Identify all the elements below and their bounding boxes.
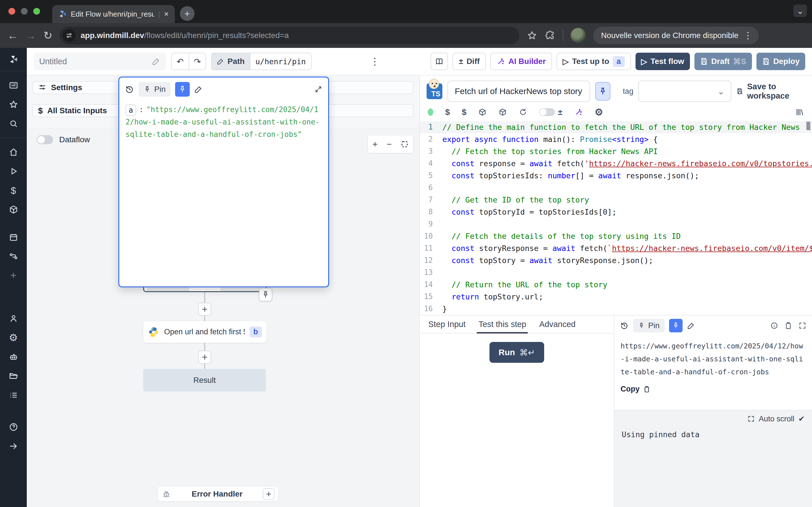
site-settings-icon[interactable] [63,29,75,42]
editor-settings-gear-icon[interactable]: ⚙ [595,107,603,118]
sidebar-apps-icon[interactable] [8,80,19,91]
path-button[interactable]: Path [211,53,250,70]
add-error-handler-button[interactable] [263,488,274,500]
sidebar-resources-icon[interactable] [8,204,19,215]
diff-button[interactable]: ± Diff [453,53,486,70]
back-icon[interactable]: ← [7,30,18,42]
tab-advanced[interactable]: Advanced [539,316,575,333]
auto-scroll-control[interactable]: Auto scroll ✔ [740,410,812,427]
code-line[interactable]: 4 const response = await fetch('https://… [420,158,812,170]
result-value[interactable]: https://www.geoffreylitt.com/2025/04/12/… [614,336,812,379]
test-flow-button[interactable]: ▷ Test flow [636,53,690,70]
pinned-value[interactable]: a:"https://www.geoffreylitt.com/2025/04/… [119,101,328,143]
redo-button[interactable]: ↷ [189,53,206,70]
ai-wand-icon[interactable] [574,108,583,116]
url-text[interactable]: app.windmill.dev/flows/edit/u/henri/pin_… [81,31,289,40]
sidebar-help-icon[interactable] [8,421,19,432]
chrome-update-button[interactable]: Nouvelle version de Chrome disponible ⋮ [593,27,759,44]
browser-tab[interactable]: Edit Flow u/henri/pin_results | × [52,5,175,23]
code-line[interactable]: 13 [420,267,812,279]
sidebar-search-icon[interactable] [8,118,19,129]
sidebar-favorites-star-icon[interactable] [8,99,19,110]
undo-button[interactable]: ↶ [171,53,189,70]
reload-icon[interactable] [519,108,527,116]
copy-button[interactable]: Copy [614,379,812,400]
save-to-workspace-button[interactable]: Save to workspace [737,82,805,101]
code-line[interactable]: 12 const topStory = await storyResponse.… [420,255,812,267]
pin-tab[interactable]: Pin [139,82,170,97]
resources-dollar-icon[interactable]: $ [462,107,467,117]
browser-profile-avatar[interactable] [571,28,586,43]
code-line[interactable]: 6 [420,182,812,194]
maximize-window-button[interactable] [33,8,40,15]
test-up-to-button[interactable]: ▷ Test up to a [557,53,631,70]
sidebar-home-icon[interactable] [8,147,19,158]
sidebar-variables-icon[interactable]: $ [8,185,19,196]
zoom-out-button[interactable]: − [387,139,392,150]
insert-step-button[interactable] [198,351,211,363]
code-line[interactable]: 11 const storyResponse = await fetch(`ht… [420,242,812,255]
code-line[interactable]: 1// Define the main function to fetch th… [420,121,812,133]
edit-title-pencil-icon[interactable] [152,57,160,66]
code-line[interactable]: 8 const topStoryId = topStoriesIds[0]; [420,206,812,218]
scrollbar-marker[interactable] [806,122,810,130]
code-line[interactable]: 9 [420,218,812,230]
sidebar-folders-icon[interactable] [8,371,19,381]
fullscreen-icon[interactable] [799,322,806,330]
forward-icon[interactable]: → [26,30,36,42]
package-icon[interactable] [499,108,507,116]
package-icon[interactable] [478,108,487,116]
fit-view-button[interactable] [401,140,409,148]
code-line[interactable]: 15 return topStory.url; [420,291,812,303]
draft-button[interactable]: Draft ⌘S [695,53,752,70]
flow-node-b[interactable]: Open url and fetch first 500 words of ..… [143,321,266,343]
editor-toggle[interactable] [539,108,555,116]
history-icon[interactable] [125,85,134,94]
window-controls[interactable] [8,8,40,15]
path-value[interactable]: u/henri/pin [250,53,312,70]
expand-popup-icon[interactable] [314,85,322,94]
tag-select[interactable]: ⌄ [638,80,731,102]
info-icon[interactable] [770,322,778,330]
sidebar-add-icon[interactable]: + [8,270,19,281]
close-window-button[interactable] [8,8,15,15]
node-a-pin-badge[interactable] [259,288,272,301]
tab-step-input[interactable]: Step Input [428,316,465,333]
code-line[interactable]: 2export async function main(): Promise<s… [420,133,812,145]
sidebar-schedules-icon[interactable] [8,232,19,242]
sidebar-flows-icon[interactable] [8,251,19,262]
insert-step-button[interactable] [198,303,211,316]
sidebar-user-icon[interactable] [8,313,19,324]
edit-pin-pencil-icon[interactable] [194,85,203,94]
dataflow-toggle[interactable] [37,135,53,144]
minimize-window-button[interactable] [21,8,28,15]
tab-search-button[interactable]: ⌄ [794,4,807,17]
extensions-puzzle-icon[interactable] [545,30,555,41]
sidebar-expand-arrow-icon[interactable] [8,441,19,452]
flow-result-node[interactable]: Result [143,369,266,392]
zoom-in-button[interactable]: + [372,139,378,150]
error-handler-node[interactable]: Error Handler [158,487,278,501]
address-bar[interactable]: app.windmill.dev/flows/edit/u/henri/pin_… [60,27,519,44]
sidebar-logs-icon[interactable] [8,390,19,400]
bookmark-star-icon[interactable] [527,30,538,41]
new-tab-button[interactable]: + [180,6,195,21]
code-line[interactable]: 3 // Fetch the top stories from Hacker N… [420,145,812,158]
tab-close-icon[interactable]: × [164,10,168,18]
more-options-kebab-icon[interactable]: ⋮ [370,56,380,67]
step-name-input[interactable] [448,80,590,102]
result-pin-tab[interactable]: Pin [633,319,665,332]
history-icon[interactable] [620,321,628,330]
reload-icon[interactable]: ↻ [43,29,52,42]
code-line[interactable]: 5 const topStoriesIds: number[] = await … [420,170,812,182]
run-button[interactable]: Run ⌘↵ [490,342,544,363]
result-pin-active-button[interactable] [669,319,682,332]
deploy-button[interactable]: Deploy [756,53,805,70]
windmill-logo-icon[interactable] [8,54,19,65]
flow-title-box[interactable]: Untitled [34,53,166,70]
diff-plusminus-icon[interactable]: ± [558,107,562,117]
browser-menu-kebab-icon[interactable]: ⋮ [744,30,753,41]
pin-active-button[interactable] [175,82,190,97]
clipboard-icon[interactable] [784,322,792,330]
tab-test-this-step[interactable]: Test this step [478,316,526,333]
